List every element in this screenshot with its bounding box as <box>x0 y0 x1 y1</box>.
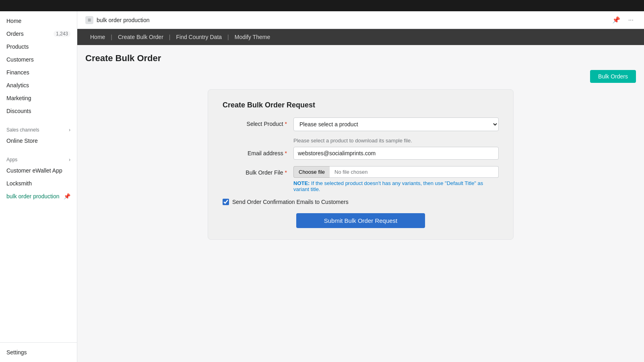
note-label: NOTE: <box>293 180 310 186</box>
file-name-display: No file chosen <box>330 166 499 178</box>
select-product-hint: Please select a product to download its … <box>293 138 499 144</box>
sidebar-item-online-store[interactable]: Online Store <box>0 134 77 147</box>
sidebar-item-marketing[interactable]: Marketing <box>0 92 77 105</box>
sidebar-item-analytics[interactable]: Analytics <box>0 79 77 92</box>
top-bar <box>0 0 644 11</box>
sidebar-item-label: Customer eWallet App <box>6 167 62 174</box>
submit-button[interactable]: Submit Bulk Order Request <box>296 213 425 228</box>
sidebar-item-label: Online Store <box>6 138 38 144</box>
sidebar-item-label: Locksmith <box>6 180 32 187</box>
sidebar-item-customer-ewallet[interactable]: Customer eWallet App <box>0 164 77 177</box>
sidebar-item-label: Products <box>6 43 29 50</box>
sidebar-item-discounts[interactable]: Discounts <box>0 105 77 117</box>
send-emails-checkbox[interactable] <box>223 199 229 205</box>
file-row: Bulk Order File * Choose file No file ch… <box>223 166 499 192</box>
sidebar-item-customers[interactable]: Customers <box>0 53 77 66</box>
bulk-orders-button[interactable]: Bulk Orders <box>590 70 636 83</box>
form-card-title: Create Bulk Order Request <box>223 101 499 109</box>
checkbox-label[interactable]: Send Order Confirmation Emails to Custom… <box>232 199 349 205</box>
sidebar-item-locksmith[interactable]: Locksmith <box>0 177 77 190</box>
app-header-title: bulk order production <box>97 17 150 23</box>
checkbox-row: Send Order Confirmation Emails to Custom… <box>223 199 499 205</box>
select-product-label: Select Product * <box>223 117 287 127</box>
pin-icon: 📌 <box>64 193 70 200</box>
sidebar-item-label: Marketing <box>6 95 31 101</box>
sidebar-item-settings[interactable]: Settings <box>0 346 77 359</box>
chevron-right-icon: › <box>69 127 70 133</box>
sidebar-item-label: Customers <box>6 56 34 63</box>
file-note: NOTE: If the selected product doesn't ha… <box>293 180 499 192</box>
file-input-wrap: Choose file No file chosen <box>293 166 499 178</box>
sub-nav: Home | Create Bulk Order | Find Country … <box>77 29 644 45</box>
orders-badge: 1,243 <box>54 31 70 37</box>
sidebar-item-label: Orders <box>6 31 24 37</box>
sidebar-item-label: bulk order production <box>6 193 60 200</box>
sidebar-item-label: Finances <box>6 69 29 76</box>
sales-channels-label: Sales channels <box>6 127 39 133</box>
sub-nav-modify-theme[interactable]: Modify Theme <box>230 29 275 45</box>
select-product-dropdown[interactable]: Please select a product <box>293 117 499 131</box>
email-label: Email address * <box>223 147 287 156</box>
sub-nav-create-bulk-order[interactable]: Create Bulk Order <box>113 29 168 45</box>
sidebar-item-label: Discounts <box>6 108 31 114</box>
app-header-bar: ⊞ bulk order production 📌 ··· <box>77 11 644 29</box>
main-content: ⊞ bulk order production 📌 ··· Home | Cre… <box>77 11 644 362</box>
apps-label: Apps <box>6 157 17 162</box>
sidebar-item-bulk-order-production[interactable]: bulk order production 📌 <box>0 190 77 203</box>
sidebar: Home Orders 1,243 Products Customers Fin… <box>0 11 77 362</box>
settings-label: Settings <box>6 349 27 356</box>
apps-section[interactable]: Apps › <box>0 152 77 164</box>
email-field[interactable] <box>293 147 499 160</box>
sidebar-item-products[interactable]: Products <box>0 40 77 53</box>
note-content: If the selected product doesn't has any … <box>293 180 483 192</box>
sidebar-item-label: Home <box>6 18 21 24</box>
sidebar-item-home[interactable]: Home <box>0 14 77 27</box>
page-content: Create Bulk Order Bulk Orders Create Bul… <box>77 45 644 362</box>
email-row: Email address * <box>223 147 499 160</box>
sub-nav-find-country-data[interactable]: Find Country Data <box>171 29 227 45</box>
pin-button[interactable]: 📌 <box>610 15 623 25</box>
sub-nav-home[interactable]: Home <box>85 29 110 45</box>
sidebar-item-orders[interactable]: Orders 1,243 <box>0 27 77 40</box>
select-product-row: Select Product * Please select a product <box>223 117 499 131</box>
sidebar-item-label: Analytics <box>6 82 29 88</box>
file-label: Bulk Order File * <box>223 166 287 176</box>
bulk-order-form-card: Create Bulk Order Request Select Product… <box>208 89 514 240</box>
choose-file-button[interactable]: Choose file <box>293 166 330 178</box>
page-title: Create Bulk Order <box>85 53 636 64</box>
sales-channels-section[interactable]: Sales channels › <box>0 122 77 134</box>
more-actions-button[interactable]: ··· <box>626 16 636 25</box>
chevron-right-icon: › <box>69 157 70 162</box>
sidebar-item-finances[interactable]: Finances <box>0 66 77 79</box>
app-icon: ⊞ <box>85 16 93 24</box>
